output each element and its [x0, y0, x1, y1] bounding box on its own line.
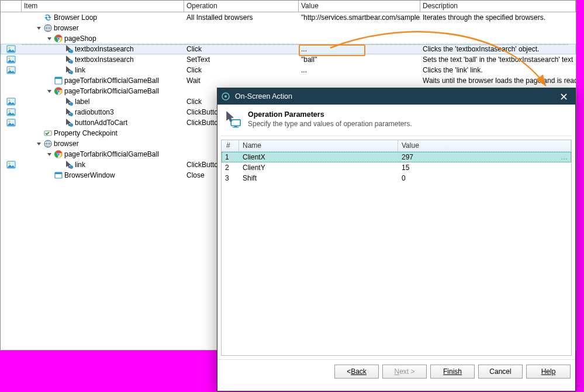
svg-point-21: [9, 100, 11, 102]
grid-row[interactable]: textboxInstasearchSetText"ball"Sets the …: [1, 54, 576, 65]
item-label: link: [75, 161, 85, 169]
help-button[interactable]: Help: [526, 365, 571, 379]
svg-point-7: [70, 50, 73, 53]
tree-toggle[interactable]: [46, 151, 53, 158]
grid-row[interactable]: Browser LoopAll Installed browsers"http:…: [1, 12, 576, 23]
operation-cell[interactable]: All Installed browsers: [184, 13, 299, 22]
item-cell[interactable]: link: [22, 160, 184, 169]
screenshot-icon: [6, 118, 16, 127]
item-label: Browser Loop: [54, 13, 97, 22]
tree-toggle: [57, 99, 63, 105]
param-value[interactable]: 297…: [398, 152, 571, 162]
svg-point-24: [9, 110, 11, 112]
item-label: browser: [54, 24, 79, 32]
item-label: Property Checkpoint: [54, 129, 118, 137]
description-cell: Waits until the browser loads the page a…: [420, 77, 576, 85]
item-cell[interactable]: buttonAddToCart: [22, 118, 184, 127]
tree-toggle: [46, 172, 53, 179]
item-cell[interactable]: label: [22, 97, 184, 106]
tree-toggle: [57, 162, 63, 168]
row-gutter: [1, 118, 22, 127]
row-separator: [22, 44, 568, 45]
header-operation[interactable]: Operation: [184, 1, 299, 12]
svg-point-28: [70, 123, 73, 127]
tree-toggle[interactable]: [36, 141, 42, 147]
item-label: pageTorfabrikOfficialGameBall: [64, 77, 159, 85]
value-cell[interactable]: "http://services.smartbear.com/samples/: [299, 13, 420, 22]
param-index: 2: [222, 163, 239, 172]
cancel-button[interactable]: Cancel: [478, 365, 523, 379]
svg-rect-39: [55, 172, 62, 174]
item-cell[interactable]: Property Checkpoint: [22, 129, 184, 138]
screenshot-icon: [6, 65, 16, 75]
parameters-table: # Name Value 1ClientX297…2ClientY153Shif…: [221, 140, 572, 356]
tree-toggle: [57, 109, 63, 116]
grid-row[interactable]: linkClick...Clicks the 'link' link.: [1, 65, 576, 75]
param-name: ClientX: [239, 152, 398, 162]
svg-point-41: [224, 95, 227, 98]
item-cell[interactable]: textboxInstasearch: [22, 55, 184, 64]
check-icon: [43, 129, 53, 138]
chrome-icon: [54, 150, 63, 159]
dialog-titlebar[interactable]: On-Screen Action: [217, 88, 575, 105]
grid-row[interactable]: pageShop: [1, 33, 576, 44]
screenshot-icon: [6, 107, 16, 117]
tree-toggle[interactable]: [46, 88, 53, 95]
item-cell[interactable]: browser: [22, 23, 184, 33]
svg-point-6: [9, 47, 11, 49]
tree-toggle: [36, 130, 42, 137]
param-value[interactable]: 15: [398, 163, 571, 172]
item-label: BrowserWindow: [64, 171, 115, 179]
param-header-row: # Name Value: [222, 140, 571, 152]
svg-rect-42: [231, 120, 240, 126]
item-cell[interactable]: textboxInstasearch: [22, 44, 184, 54]
item-cell[interactable]: pageTorfabrikOfficialGameBall: [22, 150, 184, 159]
grid-row[interactable]: textboxInstasearchClick...Clicks the 'te…: [1, 44, 576, 54]
tree-toggle: [57, 46, 63, 53]
operation-cell[interactable]: Click: [184, 45, 299, 53]
back-button[interactable]: < Back: [334, 365, 379, 379]
svg-point-36: [9, 163, 11, 165]
header-description[interactable]: Description: [420, 1, 576, 12]
item-cell[interactable]: pageTorfabrikOfficialGameBall: [22, 86, 184, 96]
item-cell[interactable]: link: [22, 65, 184, 75]
item-cell[interactable]: pageTorfabrikOfficialGameBall: [22, 76, 184, 85]
item-cell[interactable]: BrowserWindow: [22, 171, 184, 180]
description-cell: Sets the text 'ball' in the 'textboxInst…: [420, 55, 576, 64]
value-cell[interactable]: ...: [299, 66, 420, 74]
param-header-index[interactable]: #: [222, 140, 239, 151]
value-cell[interactable]: "ball": [299, 55, 420, 64]
tree-toggle[interactable]: [46, 36, 53, 42]
header-item[interactable]: Item: [22, 1, 184, 12]
description-cell: Iterates through the specified browsers.: [420, 13, 576, 22]
header-value[interactable]: Value: [299, 1, 420, 12]
param-row[interactable]: 3Shift0: [222, 173, 571, 183]
item-cell[interactable]: radiobutton3: [22, 107, 184, 117]
dialog-close-button[interactable]: [555, 88, 572, 105]
param-row[interactable]: 1ClientX297…: [222, 152, 571, 162]
operation-cell[interactable]: Click: [184, 66, 299, 74]
loop-icon: [43, 13, 53, 22]
action-icon: [64, 65, 74, 75]
grid-header: Item Operation Value Description: [1, 1, 576, 12]
row-gutter: [1, 55, 22, 64]
operation-cell[interactable]: Wait: [184, 77, 299, 85]
item-label: textboxInstasearch: [75, 55, 134, 64]
finish-button[interactable]: Finish: [430, 365, 475, 379]
item-cell[interactable]: Browser Loop: [22, 13, 184, 22]
ellipsis-button[interactable]: …: [554, 153, 568, 161]
item-cell[interactable]: pageShop: [22, 34, 184, 43]
dialog-header: Operation Parameters Specify the type an…: [217, 105, 575, 132]
grid-row[interactable]: browser: [1, 23, 576, 33]
operation-cell[interactable]: SetText: [184, 55, 299, 64]
param-value[interactable]: 0: [398, 174, 571, 183]
svg-point-27: [9, 121, 11, 123]
tree-toggle[interactable]: [36, 25, 42, 32]
item-cell[interactable]: browser: [22, 139, 184, 148]
grid-row[interactable]: pageTorfabrikOfficialGameBallWaitWaits u…: [1, 75, 576, 86]
param-header-value[interactable]: Value: [398, 140, 571, 151]
svg-point-9: [9, 58, 11, 60]
param-row[interactable]: 2ClientY15: [222, 162, 571, 173]
param-header-name[interactable]: Name: [239, 140, 398, 151]
on-screen-action-dialog: On-Screen Action Operation Parameters Sp…: [217, 88, 576, 391]
